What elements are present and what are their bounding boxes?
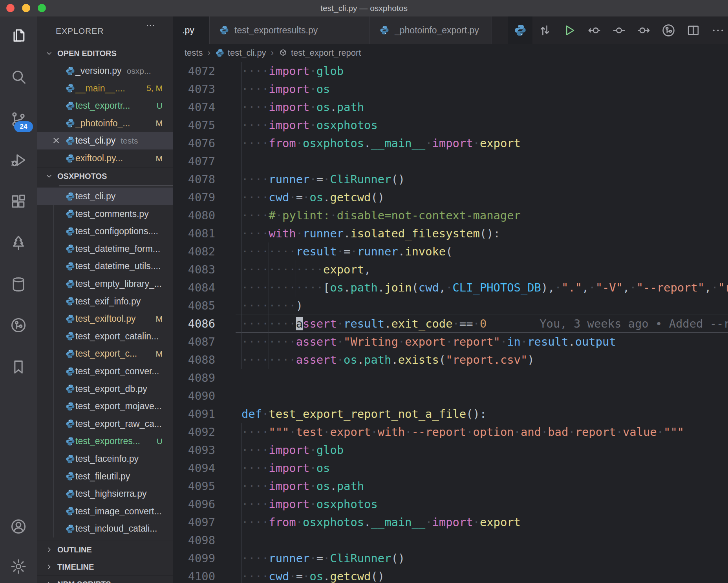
code-editor[interactable]: 4072····import·glob4073····import·os4074… bbox=[173, 62, 728, 583]
line-number[interactable]: 4076 bbox=[173, 134, 215, 152]
open-editor-item-exiftoolpy[interactable]: exiftool.py...M bbox=[37, 149, 173, 167]
code-line-4087: 4087········assert·"Writing·export·repor… bbox=[173, 333, 728, 351]
section-header-open-editors[interactable]: OPEN EDITORS bbox=[37, 45, 173, 62]
file-label: exiftool.py... bbox=[75, 153, 123, 164]
breadcrumb-item-test_cli.py[interactable]: test_cli.py bbox=[215, 48, 266, 58]
activity-item-explorer[interactable] bbox=[9, 26, 28, 45]
line-number[interactable]: 4087 bbox=[173, 333, 215, 351]
line-number[interactable]: 4077 bbox=[173, 152, 215, 170]
activity-item-account[interactable] bbox=[9, 517, 28, 536]
line-number[interactable]: 4079 bbox=[173, 188, 215, 206]
open-editor-item-test_clipy[interactable]: test_cli.pytests bbox=[37, 132, 173, 149]
line-number[interactable]: 4074 bbox=[173, 98, 215, 116]
run-python-file-button[interactable] bbox=[557, 16, 582, 44]
tree-item-test_datetime_form[interactable]: test_datetime_form... bbox=[37, 240, 173, 258]
code-token: disable=not-context-manager bbox=[337, 209, 521, 222]
activity-item-source-control[interactable]: 24 bbox=[9, 109, 28, 129]
open-editor-item-__main__[interactable]: __main__....5, M bbox=[37, 80, 173, 97]
tree-item-test_commentspy[interactable]: test_comments.py bbox=[37, 205, 173, 223]
close-window-button[interactable] bbox=[6, 4, 15, 12]
line-number[interactable]: 4080 bbox=[173, 206, 215, 224]
line-number[interactable]: 4096 bbox=[173, 495, 215, 513]
tab-_photoinfo_export.py[interactable]: _photoinfo_export.py bbox=[370, 16, 492, 44]
breadcrumb-item-tests[interactable]: tests bbox=[185, 48, 203, 58]
line-number[interactable]: 4073 bbox=[173, 80, 215, 98]
line-number[interactable]: 4081 bbox=[173, 224, 215, 242]
titlebar[interactable]: test_cli.py — osxphotos bbox=[0, 0, 728, 17]
tree-item-test_configoptions[interactable]: test_configoptions.... bbox=[37, 222, 173, 240]
line-number[interactable]: 4085 bbox=[173, 297, 215, 315]
line-number[interactable]: 4090 bbox=[173, 387, 215, 405]
activity-item-settings[interactable] bbox=[9, 557, 28, 576]
line-number[interactable]: 4088 bbox=[173, 351, 215, 369]
tree-scrollbar[interactable] bbox=[59, 185, 173, 186]
activity-item-run-and-debug[interactable] bbox=[9, 150, 28, 170]
tab-.py[interactable]: .py bbox=[173, 16, 210, 44]
more-actions-button[interactable] bbox=[706, 16, 728, 44]
tab-test_exportresults.py[interactable]: test_exportresults.py bbox=[210, 16, 370, 44]
line-number[interactable]: 4084 bbox=[173, 279, 215, 297]
activity-item-database[interactable] bbox=[9, 275, 28, 294]
line-number[interactable]: 4094 bbox=[173, 459, 215, 477]
activity-item-extensions[interactable] bbox=[9, 192, 28, 211]
tree-item-test_fileutilpy[interactable]: test_fileutil.py bbox=[37, 468, 173, 485]
explorer-more-actions-button[interactable] bbox=[145, 16, 155, 35]
section-header-outline[interactable]: OUTLINE bbox=[37, 541, 173, 558]
zoom-window-button[interactable] bbox=[38, 4, 46, 12]
tree-item-test_export_mojave[interactable]: test_export_mojave... bbox=[37, 397, 173, 415]
section-header-npm-scripts[interactable]: NPM SCRIPTS bbox=[37, 575, 173, 583]
tree-item-test_export_c[interactable]: test_export_c...M bbox=[37, 345, 173, 363]
activity-item-gitlens[interactable] bbox=[9, 315, 28, 335]
change-button[interactable] bbox=[607, 16, 631, 44]
tree-item-test_image_convert[interactable]: test_image_convert... bbox=[37, 503, 173, 520]
activity-item-bookmarks[interactable] bbox=[9, 357, 28, 377]
tree-item-test_export_conver[interactable]: test_export_conver... bbox=[37, 363, 173, 380]
line-number[interactable]: 4098 bbox=[173, 531, 215, 549]
line-number[interactable]: 4082 bbox=[173, 242, 215, 261]
line-number[interactable]: 4083 bbox=[173, 261, 215, 279]
tree-item-test_datetime_utils[interactable]: test_datetime_utils.... bbox=[37, 257, 173, 275]
python-interpreter-button[interactable] bbox=[508, 16, 532, 44]
code-token: export bbox=[480, 516, 521, 529]
compare-changes-button[interactable] bbox=[532, 16, 557, 44]
tree-item-test_export_catalin[interactable]: test_export_catalin... bbox=[37, 328, 173, 345]
minimize-window-button[interactable] bbox=[22, 4, 30, 12]
tree-item-test_export_raw_ca[interactable]: test_export_raw_ca... bbox=[37, 415, 173, 433]
activity-item-search[interactable] bbox=[9, 67, 28, 87]
line-number[interactable]: 4099 bbox=[173, 549, 215, 567]
code-line-4100: 4100····cwd·=·os.getcwd() bbox=[173, 567, 728, 583]
previous-change-button[interactable] bbox=[582, 16, 607, 44]
line-number[interactable]: 4075 bbox=[173, 116, 215, 134]
tree-item-test_faceinfopy[interactable]: test_faceinfo.py bbox=[37, 450, 173, 468]
activity-item-testing[interactable] bbox=[9, 233, 28, 253]
section-header-timeline[interactable]: TIMELINE bbox=[37, 558, 173, 576]
tree-item-test_export_dbpy[interactable]: test_export_db.py bbox=[37, 380, 173, 398]
code-token: output bbox=[575, 335, 616, 348]
gitlens-actions-button[interactable] bbox=[656, 16, 681, 44]
tree-item-test_exif_infopy[interactable]: test_exif_info.py bbox=[37, 293, 173, 310]
section-header-osxphotos[interactable]: OSXPHOTOS bbox=[37, 167, 173, 185]
close-editor-button[interactable] bbox=[51, 135, 62, 146]
tree-item-test_clipy[interactable]: test_cli.py bbox=[37, 188, 173, 205]
open-editor-item-test_exportr[interactable]: test_exportr...U bbox=[37, 97, 173, 115]
line-number[interactable]: 4072 bbox=[173, 62, 215, 80]
tree-item-test_highsierrapy[interactable]: test_highsierra.py bbox=[37, 485, 173, 503]
line-number[interactable]: 4086 bbox=[173, 315, 215, 333]
line-number[interactable]: 4097 bbox=[173, 513, 215, 531]
open-editor-item-_photoinfo_[interactable]: _photoinfo_...M bbox=[37, 115, 173, 132]
line-number[interactable]: 4092 bbox=[173, 423, 215, 441]
tree-item-test_empty_library_[interactable]: test_empty_library_... bbox=[37, 275, 173, 293]
breadcrumb-item-test_export_report[interactable]: test_export_report bbox=[278, 48, 361, 58]
tree-item-test_exportres[interactable]: test_exportres...U bbox=[37, 432, 173, 450]
line-number[interactable]: 4078 bbox=[173, 170, 215, 188]
next-change-button[interactable] bbox=[631, 16, 656, 44]
tree-item-test_incloud_catali[interactable]: test_incloud_catali... bbox=[37, 520, 173, 537]
tree-item-test_exiftoolpy[interactable]: test_exiftool.pyM bbox=[37, 310, 173, 328]
line-number[interactable]: 4095 bbox=[173, 477, 215, 495]
open-editor-item-_versionpy[interactable]: _version.pyosxp... bbox=[37, 62, 173, 80]
split-editor-button[interactable] bbox=[681, 16, 706, 44]
line-number[interactable]: 4100 bbox=[173, 567, 215, 583]
line-number[interactable]: 4093 bbox=[173, 441, 215, 459]
line-number[interactable]: 4091 bbox=[173, 405, 215, 423]
line-number[interactable]: 4089 bbox=[173, 369, 215, 387]
